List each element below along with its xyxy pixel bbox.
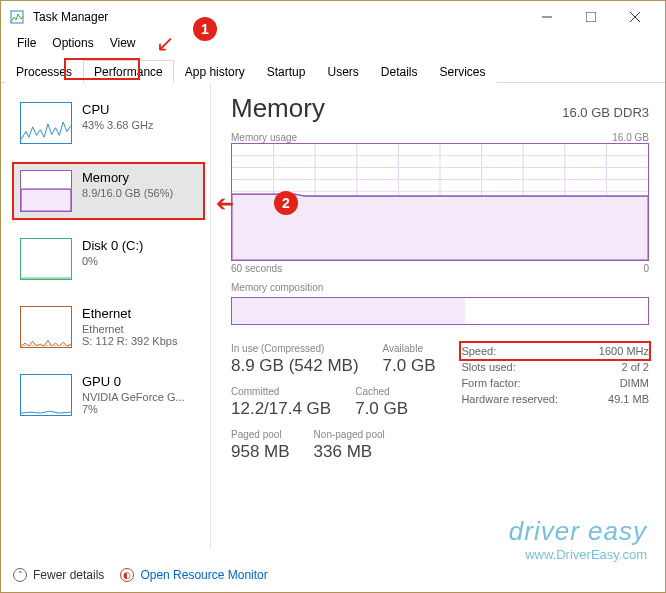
stat-cached: 7.0 GB: [355, 399, 408, 419]
gpu-graph-icon: [20, 374, 72, 416]
menu-file[interactable]: File: [9, 33, 44, 55]
stat-in-use: 8.9 GB (542 MB): [231, 356, 359, 376]
stat-reserved: Hardware reserved:49.1 MB: [461, 391, 649, 407]
stat-committed: 12.2/17.4 GB: [231, 399, 331, 419]
tab-users[interactable]: Users: [316, 60, 369, 83]
stat-form: Form factor:DIMM: [461, 375, 649, 391]
memory-graph-icon: [20, 170, 72, 212]
resource-monitor-icon: ◐: [120, 568, 134, 582]
tab-processes[interactable]: Processes: [5, 60, 83, 83]
svg-marker-5: [21, 189, 71, 211]
fewer-details-button[interactable]: ˄Fewer details: [13, 568, 104, 582]
open-resource-monitor-link[interactable]: ◐Open Resource Monitor: [120, 568, 267, 582]
stat-slots: Slots used:2 of 2: [461, 359, 649, 375]
sidebar-item-memory[interactable]: Memory8.9/16.0 GB (56%): [13, 163, 204, 219]
sidebar-item-label: CPU: [82, 102, 154, 117]
app-icon: [9, 9, 25, 25]
tab-startup[interactable]: Startup: [256, 60, 317, 83]
sidebar-item-label: Ethernet: [82, 306, 177, 321]
tab-app-history[interactable]: App history: [174, 60, 256, 83]
disk-graph-icon: [20, 238, 72, 280]
chevron-up-icon: ˄: [13, 568, 27, 582]
memory-summary: 16.0 GB DDR3: [562, 105, 649, 120]
main-panel: Memory 16.0 GB DDR3 Memory usage16.0 GB …: [211, 83, 665, 549]
stat-speed: Speed:1600 MHz: [461, 343, 649, 359]
memory-composition-chart: [231, 297, 649, 325]
sidebar-item-gpu[interactable]: GPU 0NVIDIA GeForce G...7%: [13, 367, 204, 423]
sidebar-item-label: Memory: [82, 170, 173, 185]
close-button[interactable]: [613, 2, 657, 32]
svg-rect-2: [586, 12, 596, 22]
stats: In use (Compressed)8.9 GB (542 MB) Avail…: [231, 343, 649, 472]
tab-details[interactable]: Details: [370, 60, 429, 83]
ethernet-graph-icon: [20, 306, 72, 348]
stat-nonpaged: 336 MB: [314, 442, 385, 462]
memory-usage-chart: [231, 143, 649, 261]
menu-options[interactable]: Options: [44, 33, 101, 55]
svg-marker-26: [232, 194, 648, 260]
titlebar: Task Manager: [1, 1, 665, 33]
sidebar-item-label: GPU 0: [82, 374, 185, 389]
sidebar-item-disk[interactable]: Disk 0 (C:)0%: [13, 231, 204, 287]
maximize-button[interactable]: [569, 2, 613, 32]
sidebar-item-ethernet[interactable]: EthernetEthernetS: 112 R: 392 Kbps: [13, 299, 204, 355]
window-title: Task Manager: [33, 10, 525, 24]
stat-available: 7.0 GB: [383, 356, 436, 376]
footer: ˄Fewer details ◐Open Resource Monitor: [13, 568, 268, 582]
cpu-graph-icon: [20, 102, 72, 144]
tabbar: Processes Performance App history Startu…: [1, 59, 665, 83]
minimize-button[interactable]: [525, 2, 569, 32]
menubar: File Options View: [1, 33, 665, 55]
tab-services[interactable]: Services: [429, 60, 497, 83]
tab-performance[interactable]: Performance: [83, 60, 174, 83]
stat-paged: 958 MB: [231, 442, 290, 462]
sidebar-item-label: Disk 0 (C:): [82, 238, 143, 253]
content: CPU43% 3.68 GHz Memory8.9/16.0 GB (56%) …: [1, 83, 665, 549]
sidebar-item-cpu[interactable]: CPU43% 3.68 GHz: [13, 95, 204, 151]
menu-view[interactable]: View: [102, 33, 144, 55]
page-title: Memory: [231, 93, 325, 124]
sidebar: CPU43% 3.68 GHz Memory8.9/16.0 GB (56%) …: [1, 83, 211, 549]
